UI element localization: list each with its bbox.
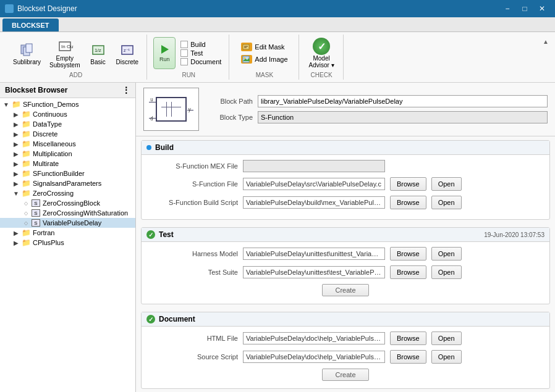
empty-subsystem-button[interactable]: In Out EmptySubsystem [46,36,83,70]
minimize-button[interactable]: − [499,2,515,15]
discrete-button[interactable]: z⁻¹ Discrete [113,40,142,67]
build-section-title: Build [155,143,174,152]
folder-icon-fortran: 📁 [21,228,31,237]
expander-signalsandparameters[interactable]: ▶ [11,180,21,187]
ribbon-collapse-button[interactable]: ▲ [541,37,550,46]
model-advisor-button[interactable]: ✓ ModelAdvisor ▾ [305,36,338,70]
test-checkbox[interactable] [180,49,188,57]
sublibrary-button[interactable]: Sublibrary [10,40,44,67]
sidebar-item-multiplication[interactable]: ▶ 📁 Multiplication [0,149,135,159]
sidebar-item-fortran[interactable]: ▶ 📁 Fortran [0,228,135,238]
sidebar-item-datatype[interactable]: ▶ 📁 DataType [0,119,135,129]
sfunction-file-input[interactable] [243,178,385,190]
add-image-icon [241,55,252,64]
test-section-check-icon: ✓ [146,230,155,239]
expander-discrete[interactable]: ▶ [11,131,21,138]
block-icon-zerocrossingwithsaturation: S [31,209,41,217]
sublibrary-icon [19,41,36,59]
add-image-button[interactable]: Add Image [238,54,290,65]
expander-zerocrossing[interactable]: ▼ [11,190,21,197]
test-checkbox-row[interactable]: Test [180,49,221,57]
edit-mask-button[interactable]: Edit Mask [238,41,290,52]
test-suite-input[interactable] [243,266,385,278]
test-suite-open-button[interactable]: Open [431,265,462,279]
build-script-open-button[interactable]: Open [431,196,462,209]
sidebar-item-sfunctionbuilder[interactable]: ▶ 📁 SFunctionBuilder [0,169,135,178]
document-create-button[interactable]: Create [322,369,368,381]
test-create-button[interactable]: Create [322,284,368,296]
tab-blockset[interactable]: BLOCKSET [2,19,59,31]
test-suite-browse-button[interactable]: Browse [390,265,426,279]
expander-sfunction-demos[interactable]: ▼ [1,101,11,108]
sidebar-item-sfunction-demos[interactable]: ▼ 📁 SFunction_Demos [0,99,135,109]
block-path-input[interactable] [258,95,548,107]
html-file-input[interactable] [243,332,385,344]
maximize-button[interactable]: □ [517,2,533,15]
build-script-browse-button[interactable]: Browse [390,196,426,209]
sfunction-file-open-button[interactable]: Open [431,177,462,191]
sidebar-item-zerocrossing[interactable]: ▼ 📁 ZeroCrossing [0,188,135,198]
label-fortran: Fortran [33,229,135,236]
sidebar-item-zerocrossingblock[interactable]: ◇ S ZeroCrossingBlock [0,198,135,208]
build-checkbox-row[interactable]: Build [180,41,221,48]
sidebar-item-cplusplus[interactable]: ▶ 📁 CPlusPlus [0,238,135,248]
mex-file-row: S-Function MEX File [151,160,540,172]
empty-subsystem-icon: In Out [56,38,74,55]
expander-fortran[interactable]: ▶ [11,230,21,236]
label-miscellaneous: Miscellaneous [33,140,135,148]
html-browse-button[interactable]: Browse [390,332,426,345]
sidebar-item-signalsandparameters[interactable]: ▶ 📁 SignalsandParameters [0,178,135,188]
sidebar-item-discrete[interactable]: ▶ 📁 Discrete [0,129,135,139]
expander-multirate[interactable]: ▶ [11,161,21,167]
sidebar-item-zerocrossingwithsaturation[interactable]: ◇ S ZeroCrossingWithSaturation [0,208,135,218]
label-multirate: Multirate [33,160,135,167]
document-checkbox[interactable] [180,58,188,65]
mex-file-input[interactable] [243,160,385,172]
close-button[interactable]: ✕ [534,2,550,15]
block-type-input[interactable] [258,111,548,123]
basic-icon: 1/z [90,41,107,59]
expander-cplusplus[interactable]: ▶ [11,240,21,246]
harness-model-input[interactable] [243,248,385,260]
run-options: Build Test Document [178,41,224,65]
basic-button[interactable]: 1/z Basic [86,40,111,67]
expander-datatype[interactable]: ▶ [11,121,21,128]
add-group-label: ADD [69,72,82,78]
add-image-label: Add Image [255,56,287,63]
ribbon-group-run: Run Build Test Document [148,35,229,80]
document-checkbox-row[interactable]: Document [180,58,221,65]
build-checkbox[interactable] [180,41,188,48]
document-section-header: ✓ Document [142,312,549,327]
ribbon: BLOCKSET Sublibrary [0,17,555,83]
source-script-input[interactable] [243,351,385,363]
window-controls: − □ ✕ [499,2,550,15]
test-suite-row: Test Suite Browse Open [151,265,540,279]
sidebar-item-continuous[interactable]: ▶ 📁 Continuous [0,109,135,119]
expander-continuous[interactable]: ▶ [11,111,21,118]
label-datatype: DataType [33,120,135,128]
folder-icon-miscellaneous: 📁 [21,140,31,148]
expander-miscellaneous[interactable]: ▶ [11,141,21,148]
expander-sfunctionbuilder[interactable]: ▶ [11,170,21,177]
block-inner: u d y [156,97,187,122]
content-area: u d y Bloc [136,83,555,392]
harness-browse-button[interactable]: Browse [390,247,426,261]
sidebar-menu-icon[interactable]: ⋮ [122,85,130,95]
sidebar-item-miscellaneous[interactable]: ▶ 📁 Miscellaneous [0,139,135,149]
sfunction-file-browse-button[interactable]: Browse [390,177,426,191]
folder-icon-sfunctionbuilder: 📁 [21,169,31,178]
sidebar-item-multirate[interactable]: ▶ 📁 Multirate [0,159,135,169]
folder-icon-multirate: 📁 [21,159,31,168]
mex-file-label: S-Function MEX File [151,162,238,170]
run-button[interactable]: Run [153,37,176,69]
harness-open-button[interactable]: Open [431,247,462,261]
html-open-button[interactable]: Open [431,332,462,345]
sidebar-item-variablepulsedelay[interactable]: ◇ S VariablePulseDelay [0,218,135,228]
sidebar-header: Blockset Browser ⋮ [0,83,135,98]
expander-zerocrossingblock: ◇ [21,201,31,206]
expander-multiplication[interactable]: ▶ [11,151,21,157]
source-open-button[interactable]: Open [431,350,462,364]
build-script-input[interactable] [243,196,385,209]
label-multiplication: Multiplication [33,150,135,157]
source-browse-button[interactable]: Browse [390,350,426,364]
